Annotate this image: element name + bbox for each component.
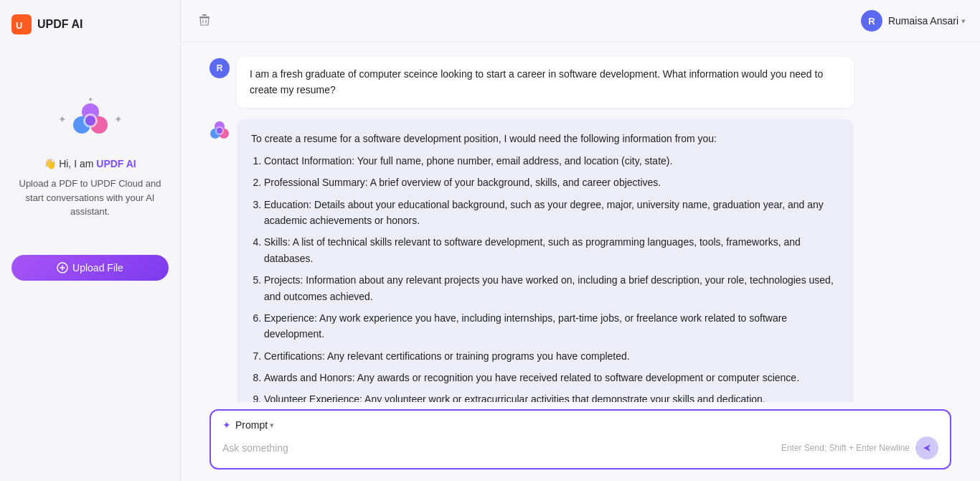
sparkle-top-icon: ✦ bbox=[88, 95, 93, 103]
send-icon bbox=[922, 443, 932, 453]
greeting-prefix: 👋 Hi, I am bbox=[44, 158, 96, 169]
user-message-text: I am a fresh graduate of computer sceinc… bbox=[250, 68, 823, 95]
list-item: Professional Summary: A brief overview o… bbox=[264, 174, 839, 190]
chat-container: R I am a fresh graduate of computer scei… bbox=[181, 42, 980, 402]
input-box: ✦ Prompt ▾ Enter Send; Shift + Enter New… bbox=[209, 409, 951, 470]
sparkle-prompt-icon: ✦ bbox=[222, 419, 231, 431]
list-item: Awards and Honors: Any awards or recogni… bbox=[264, 370, 839, 386]
chevron-down-icon: ▾ bbox=[961, 17, 966, 26]
main-area: R Rumaisa Ansari ▾ R I am a fresh gradua… bbox=[181, 0, 980, 481]
upload-file-button[interactable]: Upload File bbox=[11, 255, 169, 281]
ai-items-list: Contact Information: Your full name, pho… bbox=[251, 153, 839, 402]
list-item: Contact Information: Your full name, pho… bbox=[264, 153, 839, 169]
greeting-text: 👋 Hi, I am UPDF AI bbox=[44, 158, 136, 169]
ask-input[interactable] bbox=[222, 442, 781, 454]
user-message-bubble: I am a fresh graduate of computer sceinc… bbox=[237, 57, 854, 108]
plus-circle-icon bbox=[57, 262, 68, 274]
svg-rect-11 bbox=[202, 14, 207, 16]
input-area: ✦ Prompt ▾ Enter Send; Shift + Enter New… bbox=[181, 402, 980, 481]
sparkle-area: ✦ ✦ ✦ bbox=[58, 92, 123, 149]
svg-text:U: U bbox=[16, 20, 22, 31]
prompt-label-button[interactable]: Prompt ▾ bbox=[235, 419, 274, 431]
ai-center-icon bbox=[72, 102, 109, 139]
list-item: Experience: Any work experience you have… bbox=[264, 310, 839, 342]
prompt-label-text: Prompt bbox=[235, 419, 268, 431]
list-item: Volunteer Experience: Any volunteer work… bbox=[264, 391, 839, 402]
sidebar-header: U UPDF AI bbox=[11, 14, 169, 34]
topbar: R Rumaisa Ansari ▾ bbox=[181, 0, 980, 42]
user-name-text: Rumaisa Ansari bbox=[888, 15, 958, 27]
chevron-prompt-icon: ▾ bbox=[270, 421, 274, 430]
user-name-button[interactable]: Rumaisa Ansari ▾ bbox=[888, 15, 966, 27]
ai-avatar-small bbox=[209, 121, 230, 141]
trash-icon bbox=[198, 14, 211, 27]
user-message-row: R I am a fresh graduate of computer scei… bbox=[209, 57, 951, 108]
send-button[interactable] bbox=[915, 436, 938, 459]
user-avatar-small: R bbox=[209, 58, 230, 78]
list-item: Education: Details about your educationa… bbox=[264, 197, 839, 229]
ai-intro-text: To create a resume for a software develo… bbox=[251, 131, 839, 146]
delete-button[interactable] bbox=[195, 11, 214, 32]
sparkle-left-icon: ✦ bbox=[58, 113, 67, 125]
list-item: Certifications: Any relevant certificati… bbox=[264, 348, 839, 364]
input-toolbar: ✦ Prompt ▾ bbox=[222, 419, 938, 431]
list-item: Projects: Information about any relevant… bbox=[264, 272, 839, 304]
sidebar: U UPDF AI ✦ ✦ ✦ 👋 Hi, I am UPDF AI Uploa… bbox=[0, 0, 181, 481]
user-info: R Rumaisa Ansari ▾ bbox=[861, 10, 966, 32]
upload-btn-label: Upload File bbox=[72, 262, 123, 274]
app-title: UPDF AI bbox=[37, 18, 83, 31]
sparkle-right-icon: ✦ bbox=[114, 113, 123, 125]
svg-point-18 bbox=[217, 128, 222, 134]
sidebar-description: Upload a PDF to UPDF Cloud and start con… bbox=[11, 177, 169, 219]
svg-point-6 bbox=[85, 116, 95, 126]
updf-logo-icon: U bbox=[11, 14, 32, 34]
ai-message-row: To create a resume for a software develo… bbox=[209, 119, 951, 402]
ai-message-bubble: To create a resume for a software develo… bbox=[237, 119, 854, 402]
greeting-brand: UPDF AI bbox=[96, 158, 136, 169]
input-hint-text: Enter Send; Shift + Enter Newline bbox=[781, 443, 910, 453]
list-item: Skills: A list of technical skills relev… bbox=[264, 234, 839, 266]
user-avatar: R bbox=[861, 10, 882, 32]
input-row: Enter Send; Shift + Enter Newline bbox=[222, 436, 938, 459]
sidebar-illustration: ✦ ✦ ✦ 👋 Hi, I am UPDF AI Upload a PDF to… bbox=[11, 92, 169, 219]
